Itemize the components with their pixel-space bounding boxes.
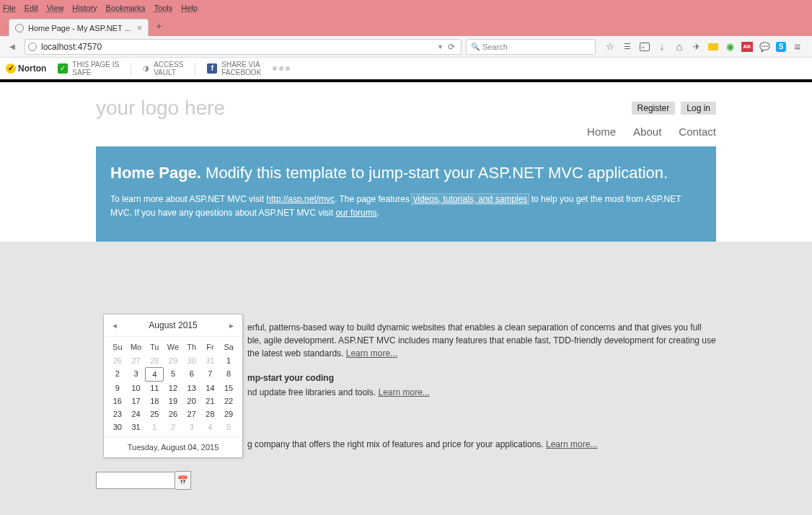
norton-check-icon [6,63,16,74]
menu-view[interactable]: View [47,4,64,12]
calendar-day[interactable]: 2 [108,367,127,382]
calendar-day[interactable]: 29 [164,354,182,367]
calendar-day[interactable]: 11 [145,382,164,395]
more-dots-icon[interactable] [273,66,290,71]
hero-link-samples[interactable]: videos, tutorials, and samples [412,194,529,204]
login-link[interactable]: Log in [681,102,716,115]
calendar-day[interactable]: 9 [108,382,127,395]
bookmark-star-icon[interactable] [604,41,616,53]
calendar-day[interactable]: 31 [127,421,146,433]
skype-icon[interactable]: S [776,42,786,52]
calendar-day[interactable]: 29 [219,408,238,421]
register-link[interactable]: Register [632,102,676,115]
browser-tab[interactable]: Home Page - My ASP.NET ... × [9,19,149,36]
calendar-footer[interactable]: Tuesday, August 04, 2015 [104,436,242,457]
share-icon[interactable] [691,41,702,53]
menu-bookmarks[interactable]: Bookmarks [106,4,146,12]
learn-more-link[interactable]: Learn more... [346,348,397,358]
norton-share[interactable]: f SHARE VIA FACEBOOK [207,61,261,76]
extension-icon[interactable] [724,41,736,53]
calendar-day[interactable]: 26 [164,408,182,421]
menu-history[interactable]: History [72,4,97,12]
section-heading: mp-start your coding [247,371,716,384]
safe-label-1: THIS PAGE IS [72,61,119,69]
search-placeholder: Search [482,43,508,51]
calendar-day[interactable]: 3 [127,367,146,382]
calendar-day[interactable]: 7 [201,367,220,382]
ak-extension-icon[interactable]: AK [741,42,753,52]
vault-label-2: VAULT [154,69,183,76]
calendar-day[interactable]: 23 [108,408,127,421]
calendar-day[interactable]: 30 [108,421,127,433]
safe-label-2: SAFE [72,69,119,76]
calendar-day[interactable]: 22 [219,395,238,408]
calendar-day[interactable]: 30 [182,354,201,367]
calendar-day[interactable]: 28 [201,408,220,421]
globe-icon [28,43,37,51]
url-box[interactable]: ▾ ⟳ [25,39,462,55]
calendar-day[interactable]: 3 [182,421,201,433]
hero-link-mvc[interactable]: http://asp.net/mvc [266,194,335,204]
calendar-day[interactable]: 5 [219,421,238,433]
date-input[interactable] [96,472,175,489]
calendar-day[interactable]: 19 [164,395,182,408]
reading-list-icon[interactable] [622,41,633,53]
calendar-day[interactable]: 5 [164,367,182,382]
calendar-day[interactable]: 21 [201,395,220,408]
search-box[interactable]: Search [466,39,596,55]
calendar-day[interactable]: 28 [145,354,164,367]
url-input[interactable] [41,42,436,52]
vault-icon: ◑ [143,64,149,72]
calendar-day[interactable]: 26 [108,354,127,367]
calendar-day[interactable]: 15 [219,382,238,395]
url-dropdown-icon[interactable]: ▾ [436,43,445,50]
calendar-day[interactable]: 16 [108,395,127,408]
pocket-icon[interactable] [639,41,650,53]
norton-logo[interactable]: Norton [6,63,46,74]
calendar-day[interactable]: 2 [164,421,182,433]
home-icon[interactable] [674,41,685,53]
calendar-day[interactable]: 1 [145,421,164,433]
learn-more-link[interactable]: Learn more... [378,387,429,397]
nav-home[interactable]: Home [587,126,616,138]
nav-about[interactable]: About [633,126,661,138]
calendar-day[interactable]: 18 [145,395,164,408]
norton-safe-indicator[interactable]: THIS PAGE IS SAFE [58,61,119,76]
learn-more-link[interactable]: Learn more... [546,439,597,449]
calendar-button[interactable]: 📅 [175,471,191,490]
menu-edit[interactable]: Edit [25,4,38,12]
calendar-day[interactable]: 1 [219,354,238,367]
calendar-day[interactable]: 4 [201,421,220,433]
calendar-day[interactable]: 13 [182,382,201,395]
menu-tools[interactable]: Tools [154,4,173,12]
menu-help[interactable]: Help [181,4,198,12]
calendar-day[interactable]: 27 [127,354,146,367]
tab-close-button[interactable]: × [131,22,143,33]
calendar-day[interactable]: 31 [201,354,220,367]
hamburger-menu-icon[interactable] [792,41,803,53]
menu-file[interactable]: File [3,4,16,12]
calendar-day[interactable]: 10 [127,382,146,395]
calendar-day[interactable]: 17 [127,395,146,408]
browser-tabstrip: Home Page - My ASP.NET ... × + [0,16,812,36]
calendar-next-button[interactable]: ► [228,322,235,330]
new-tab-button[interactable]: + [149,20,169,32]
calendar-day[interactable]: 27 [182,408,201,421]
calendar-day[interactable]: 14 [201,382,220,395]
calendar-day[interactable]: 25 [145,408,164,421]
norton-vault[interactable]: ◑ ACCESS VAULT [143,61,183,76]
nav-contact[interactable]: Contact [679,126,716,138]
calendar-day[interactable]: 8 [219,367,238,382]
downloads-icon[interactable] [656,41,668,53]
hero-link-forums[interactable]: our forums [335,208,376,218]
calendar-prev-button[interactable]: ◄ [111,322,118,330]
chat-icon[interactable] [759,41,770,53]
calendar-day[interactable]: 6 [182,367,201,382]
extension-icon[interactable] [708,43,718,50]
back-button[interactable]: ◄ [4,39,20,55]
calendar-day[interactable]: 20 [182,395,201,408]
calendar-day[interactable]: 4 [145,367,164,382]
calendar-day[interactable]: 24 [127,408,146,421]
calendar-day[interactable]: 12 [164,382,182,395]
reload-icon[interactable]: ⟳ [445,42,458,52]
